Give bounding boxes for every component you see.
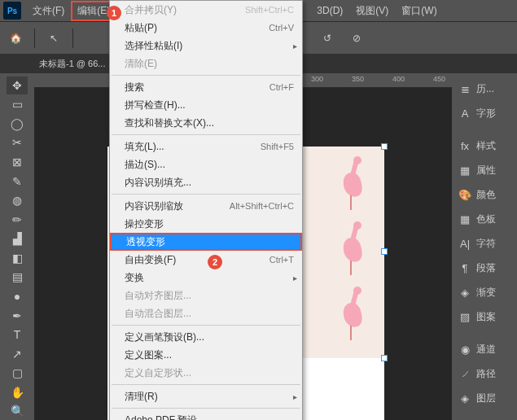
panel-label: 样式	[476, 139, 496, 153]
menu-item[interactable]: 内容识别填充...	[110, 173, 302, 191]
menu-item-shortcut: Ctrl+F	[269, 82, 294, 92]
panel-icon: fx	[458, 140, 471, 152]
eraser-tool-icon[interactable]: ◧	[7, 249, 28, 267]
blur-tool-icon[interactable]: ●	[7, 287, 28, 305]
frame-tool-icon[interactable]: ⊠	[7, 153, 28, 171]
menu-view[interactable]: 视图(V)	[349, 1, 395, 21]
menu-item: 自动对齐图层...	[110, 287, 302, 304]
panel-button[interactable]: ≣历...	[452, 77, 517, 101]
menu-item-shortcut: Ctrl+V	[269, 23, 294, 33]
panel-icon: ≣	[458, 83, 471, 95]
menu-item-label: 定义图案...	[125, 348, 294, 362]
menu-item-label: 粘贴(P)	[125, 21, 269, 35]
panel-label: 色板	[476, 212, 496, 226]
panel-label: 通道	[476, 343, 496, 357]
transform-handle[interactable]	[381, 248, 388, 255]
panel-button[interactable]: 🎨颜色	[452, 182, 517, 207]
gradient-tool-icon[interactable]: ▤	[7, 269, 28, 287]
panel-button[interactable]: ◉通道	[452, 337, 517, 361]
transform-handle[interactable]	[381, 143, 388, 150]
menu-window[interactable]: 窗口(W)	[395, 1, 443, 21]
menu-item[interactable]: 变换	[110, 269, 302, 287]
menu-item: 自动混合图层...	[110, 304, 302, 322]
panel-label: 图案	[476, 310, 496, 324]
panel-icon: ▦	[458, 213, 471, 225]
panel-button[interactable]: ⟋路径	[452, 361, 517, 386]
eyedropper-tool-icon[interactable]: ✎	[7, 173, 28, 190]
menu-item: 合并拷贝(Y)Shift+Ctrl+C	[110, 1, 302, 19]
menu-item[interactable]: 透视变形	[110, 233, 302, 251]
panel-label: 路径	[476, 367, 496, 381]
menu-item[interactable]: 定义图案...	[110, 346, 302, 364]
menu-item[interactable]: 填充(L)...Shift+F5	[110, 138, 302, 155]
menu-item[interactable]: 自由变换(F)Ctrl+T	[110, 251, 302, 269]
document-tab[interactable]: 未标题-1 @ 66...	[39, 58, 105, 70]
menu-item[interactable]: Adobe PDF 预设...	[110, 411, 302, 420]
panel-button[interactable]: ◈渐变	[452, 280, 517, 304]
panel-button[interactable]: fx样式	[452, 133, 517, 158]
brush-tool-icon[interactable]: ✏	[7, 211, 28, 229]
toolbox: ✥ ▭ ◯ ✂ ⊠ ✎ ◍ ✏ ▟ ◧ ▤ ● ✒ T ↗ ▢ ✋ 🔍	[0, 73, 34, 420]
menu-item-label: 操控变形	[125, 217, 294, 231]
menu-item[interactable]: 清理(R)	[110, 387, 302, 405]
lasso-tool-icon[interactable]: ◯	[7, 115, 28, 133]
cancel-icon[interactable]: ⊘	[346, 28, 367, 49]
menu-item: 清除(E)	[110, 55, 302, 72]
hand-tool-icon[interactable]: ✋	[7, 383, 28, 401]
marquee-tool-icon[interactable]: ▭	[7, 96, 28, 114]
ps-logo-icon: Ps	[3, 2, 21, 20]
menu-item-label: 定义自定形状...	[125, 366, 294, 380]
panel-button[interactable]: ◈图层	[452, 386, 517, 410]
panel-button[interactable]: ¶段落	[452, 256, 517, 280]
shape-tool-icon[interactable]: ▢	[7, 364, 28, 382]
menu-item[interactable]: 描边(S)...	[110, 155, 302, 173]
menu-item[interactable]: 操控变形	[110, 215, 302, 233]
edit-menu-dropdown: 合并拷贝(Y)Shift+Ctrl+C粘贴(P)Ctrl+V选择性粘贴(I)清除…	[109, 0, 303, 420]
menu-item-label: 选择性粘贴(I)	[125, 39, 294, 53]
panel-label: 颜色	[476, 188, 496, 202]
panel-label: 图层	[476, 392, 496, 405]
menu-3d[interactable]: 3D(D)	[310, 2, 349, 20]
move-tool-icon[interactable]: ✥	[7, 77, 28, 94]
menu-item-label: 自动对齐图层...	[125, 289, 294, 303]
menu-item-shortcut: Ctrl+T	[269, 255, 294, 265]
annotation-marker-2: 2	[208, 255, 222, 269]
menu-item-label: 描边(S)...	[125, 158, 294, 172]
panel-button[interactable]: A字形	[452, 101, 517, 125]
clone-tool-icon[interactable]: ▟	[7, 230, 28, 248]
panel-icon: A	[458, 107, 471, 120]
pen-tool-icon[interactable]: ✒	[7, 307, 28, 325]
menu-item-label: 填充(L)...	[125, 140, 261, 154]
menu-item-label: 内容识别缩放	[125, 199, 230, 213]
panel-label: 字符	[476, 237, 496, 251]
menu-item[interactable]: 搜索Ctrl+F	[110, 78, 302, 96]
home-icon[interactable]: 🏠	[5, 28, 26, 49]
panel-icon: ◈	[458, 287, 471, 299]
panel-button[interactable]: A|字符	[452, 231, 517, 256]
menu-item[interactable]: 粘贴(P)Ctrl+V	[110, 19, 302, 37]
panel-button[interactable]: ▦属性	[452, 158, 517, 182]
menu-item[interactable]: 选择性粘贴(I)	[110, 37, 302, 55]
panel-button[interactable]: ▨图案	[452, 304, 517, 329]
panel-icon: ¶	[458, 262, 471, 274]
menu-item[interactable]: 拼写检查(H)...	[110, 96, 302, 114]
menu-file[interactable]: 文件(F)	[26, 1, 71, 21]
text-tool-icon[interactable]: T	[7, 326, 28, 343]
transform-handle[interactable]	[381, 355, 388, 361]
menu-item-label: 拼写检查(H)...	[125, 98, 294, 112]
menu-item-label: 透视变形	[126, 235, 292, 249]
menu-item[interactable]: 内容识别缩放Alt+Shift+Ctrl+C	[110, 197, 302, 215]
move-tool-icon[interactable]: ↖	[43, 28, 64, 49]
menu-item[interactable]: 查找和替换文本(X)...	[110, 114, 302, 132]
annotation-marker-1: 1	[107, 6, 121, 20]
zoom-tool-icon[interactable]: 🔍	[7, 403, 28, 420]
panel-button[interactable]: ▦色板	[452, 207, 517, 231]
menu-item: 定义自定形状...	[110, 364, 302, 382]
path-tool-icon[interactable]: ↗	[7, 345, 28, 363]
crop-tool-icon[interactable]: ✂	[7, 134, 28, 152]
healing-tool-icon[interactable]: ◍	[7, 191, 28, 209]
menu-item[interactable]: 定义画笔预设(B)...	[110, 328, 302, 346]
menu-item-label: 合并拷贝(Y)	[125, 3, 245, 17]
menu-item-shortcut: Alt+Shift+Ctrl+C	[230, 201, 294, 211]
reset-icon[interactable]: ↺	[317, 28, 338, 49]
